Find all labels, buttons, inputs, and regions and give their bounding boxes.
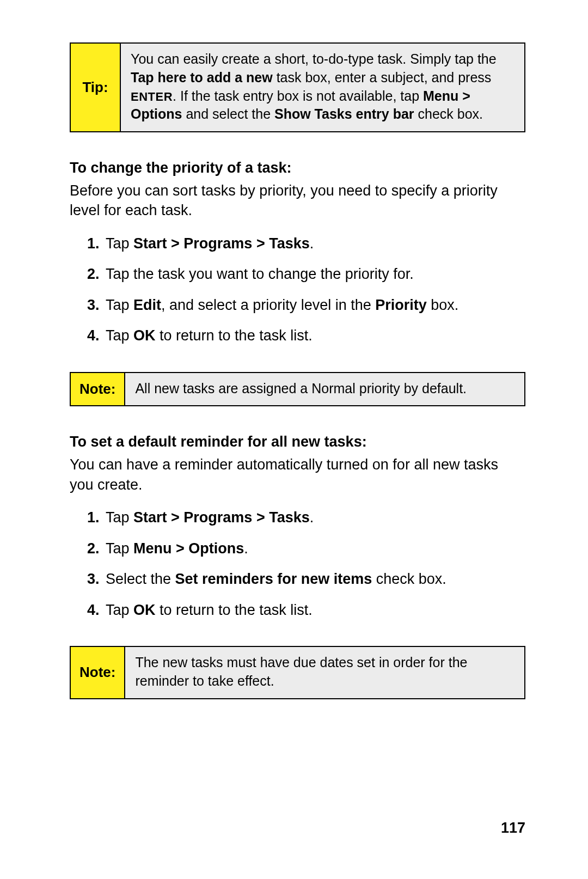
- page-number: 117: [501, 820, 525, 837]
- step-text: Tap Edit, and select a priority level in…: [106, 297, 458, 313]
- step-item: 1.Tap Start > Programs > Tasks.: [87, 508, 525, 527]
- step-item: 3.Select the Set reminders for new items…: [87, 569, 525, 589]
- step-number: 2.: [87, 264, 100, 284]
- step-text: Tap the task you want to change the prio…: [106, 266, 414, 282]
- section2-steps: 1.Tap Start > Programs > Tasks.2.Tap Men…: [70, 508, 525, 620]
- section1-steps: 1.Tap Start > Programs > Tasks.2.Tap the…: [70, 234, 525, 346]
- step-item: 4.Tap OK to return to the task list.: [87, 600, 525, 620]
- section-default-reminder: To set a default reminder for all new ta…: [70, 434, 525, 620]
- section1-intro: Before you can sort tasks by priority, y…: [70, 181, 525, 221]
- tip-body: You can easily create a short, to-do-typ…: [121, 44, 524, 131]
- tip-callout: Tip: You can easily create a short, to-d…: [70, 42, 525, 132]
- note1-label: Note:: [71, 373, 125, 406]
- section2-intro: You can have a reminder automatically tu…: [70, 455, 525, 495]
- tip-label: Tip:: [71, 44, 121, 131]
- section-change-priority: To change the priority of a task: Before…: [70, 160, 525, 346]
- section1-heading: To change the priority of a task:: [70, 160, 525, 176]
- note2-body: The new tasks must have due dates set in…: [125, 647, 524, 698]
- step-item: 4.Tap OK to return to the task list.: [87, 326, 525, 345]
- step-number: 2.: [87, 539, 100, 558]
- step-item: 2.Tap Menu > Options.: [87, 539, 525, 558]
- step-number: 3.: [87, 295, 100, 315]
- note1-callout: Note: All new tasks are assigned a Norma…: [70, 372, 525, 407]
- step-number: 4.: [87, 326, 100, 345]
- note2-label: Note:: [71, 647, 125, 698]
- step-text: Tap OK to return to the task list.: [106, 602, 313, 618]
- note1-body: All new tasks are assigned a Normal prio…: [125, 373, 524, 406]
- note2-callout: Note: The new tasks must have due dates …: [70, 646, 525, 699]
- step-text: Tap Start > Programs > Tasks.: [106, 235, 314, 252]
- step-item: 1.Tap Start > Programs > Tasks.: [87, 234, 525, 253]
- step-number: 4.: [87, 600, 100, 620]
- section2-heading: To set a default reminder for all new ta…: [70, 434, 525, 450]
- step-number: 1.: [87, 234, 100, 253]
- step-item: 2.Tap the task you want to change the pr…: [87, 264, 525, 284]
- step-text: Tap Menu > Options.: [106, 540, 248, 557]
- step-text: Tap OK to return to the task list.: [106, 327, 313, 344]
- page-content: Tip: You can easily create a short, to-d…: [0, 0, 588, 699]
- step-number: 3.: [87, 569, 100, 589]
- step-item: 3.Tap Edit, and select a priority level …: [87, 295, 525, 315]
- step-text: Tap Start > Programs > Tasks.: [106, 509, 314, 526]
- step-text: Select the Set reminders for new items c…: [106, 571, 446, 587]
- step-number: 1.: [87, 508, 100, 527]
